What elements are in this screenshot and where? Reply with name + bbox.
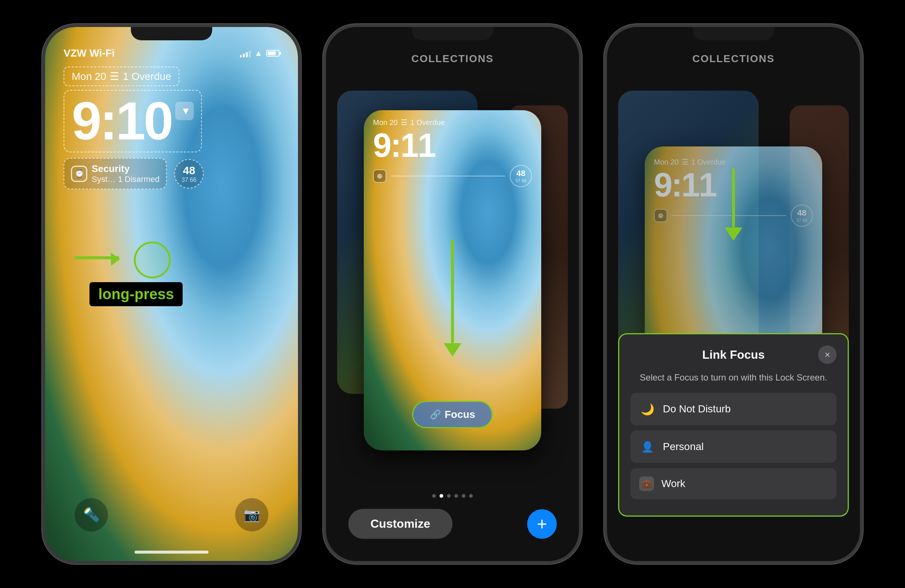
status-icons: ▲ — [240, 48, 279, 58]
long-press-arrow — [75, 256, 119, 259]
collections-title-3: COLLECTIONS — [692, 27, 775, 72]
time-value: 9:10 — [72, 94, 171, 148]
focus-label: Focus — [445, 408, 475, 421]
link-icon: 🔗 — [430, 409, 441, 420]
card-status-bar — [364, 110, 541, 116]
security-text: Security Syst… 1 Disarmed — [92, 163, 159, 184]
time-chevron-icon: ▾ — [175, 102, 194, 120]
security-sub: Syst… 1 Disarmed — [92, 175, 159, 184]
dot-1[interactable] — [440, 494, 443, 498]
modal-description: Select a Focus to turn on with this Lock… — [630, 371, 837, 384]
arrow-head — [444, 343, 461, 356]
camera-icon[interactable]: 📷 — [235, 498, 268, 531]
arrow-shaft — [75, 256, 119, 259]
focus-button[interactable]: 🔗 Focus — [412, 401, 493, 428]
date-label: Mon 20 — [72, 71, 106, 83]
personal-label: Personal — [663, 441, 704, 453]
overdue-label: 1 Overdue — [123, 71, 171, 83]
card-widgets: ⌚ 48 37 66 — [364, 162, 541, 190]
link-focus-modal: Link Focus × Select a Focus to turn on w… — [618, 333, 849, 516]
moon-icon: 🌙 — [639, 401, 656, 417]
collections-screen-3: COLLECTIONS Mon 20 ☰ 1 Overdue 9:11 — [607, 27, 860, 561]
card-temp-range: 37 66 — [515, 178, 526, 183]
dot-0 — [432, 494, 436, 498]
down-arrow-annotation — [444, 240, 461, 356]
carousel-dots — [432, 488, 473, 503]
modal-title: Link Focus — [649, 348, 818, 362]
do-not-disturb-label: Do Not Disturb — [663, 403, 731, 415]
add-button[interactable]: + — [527, 509, 557, 539]
security-title: Security — [92, 163, 159, 175]
tap-target-circle — [134, 242, 171, 278]
collections-carousel-3: Mon 20 ☰ 1 Overdue 9:11 ⌚ 48 37 66 — [607, 72, 860, 561]
date-overdue-bar: Mon 20 ☰ 1 Overdue — [45, 63, 298, 88]
card3-temp-range: 37 66 — [796, 218, 807, 223]
person-icon: 👤 — [639, 439, 656, 455]
arrow-head-3 — [725, 227, 742, 241]
wifi-icon: ▲ — [254, 48, 262, 58]
work-icon: 💼 — [639, 476, 654, 491]
modal-close-button[interactable]: × — [818, 345, 837, 364]
card-watch-icon: ⌚ — [373, 169, 386, 183]
date-widget: Mon 20 ☰ 1 Overdue — [64, 67, 179, 86]
lockscreen-bottom-bar: 🔦 📷 — [45, 498, 298, 531]
time-area: 9:10 ▾ — [45, 88, 298, 154]
card-temp-widget: 48 37 66 — [510, 165, 532, 187]
card3-temp-val: 48 — [797, 208, 806, 218]
card3-watch: ⌚ — [654, 209, 667, 222]
card-wallpaper: Mon 20 ☰ 1 Overdue 9:11 ⌚ 48 3 — [364, 110, 541, 450]
collections-screen: COLLECTIONS — [326, 27, 579, 561]
card-temp-value: 48 — [516, 168, 526, 178]
close-icon: × — [824, 349, 830, 361]
collections-title: COLLECTIONS — [411, 27, 494, 72]
work-label: Work — [661, 478, 685, 489]
dot-3 — [454, 494, 458, 498]
list-icon: ☰ — [110, 70, 119, 83]
card3-overdue: 1 Overdue — [691, 158, 726, 167]
home-indicator — [135, 551, 208, 554]
signal-bars — [240, 49, 251, 57]
lockscreen-wallpaper: VZW Wi-Fi ▲ Mon 20 ☰ 1 Overdue — [45, 27, 298, 561]
phone-3: COLLECTIONS Mon 20 ☰ 1 Overdue 9:11 — [604, 24, 863, 564]
temp-widget: 48 37 66 — [174, 159, 204, 189]
carousel-card-main[interactable]: Mon 20 ☰ 1 Overdue 9:11 ⌚ 48 3 — [364, 110, 541, 450]
watch-icon: ⌚ — [71, 166, 87, 182]
status-bar: VZW Wi-Fi ▲ — [45, 27, 298, 63]
card3-date: Mon 20 — [654, 158, 679, 167]
widgets-area: ⌚ Security Syst… 1 Disarmed 48 37 66 — [45, 154, 298, 193]
temp-range: 37 66 — [181, 177, 196, 183]
time-display: 9:10 ▾ — [72, 94, 194, 148]
arrow-shaft-3 — [732, 168, 735, 227]
card-overdue: 1 Overdue — [410, 118, 445, 127]
focus-option-work[interactable]: 💼 Work — [630, 468, 837, 499]
carrier-label: VZW Wi-Fi — [64, 47, 114, 59]
dot-2 — [447, 494, 451, 498]
collections-footer: Customize + — [326, 503, 579, 561]
battery-icon — [266, 50, 279, 57]
card-date-label: Mon 20 — [373, 118, 398, 127]
time-widget: 9:10 ▾ — [64, 90, 202, 153]
flashlight-icon[interactable]: 🔦 — [75, 498, 108, 531]
long-press-label: long-press — [89, 282, 183, 306]
focus-option-personal[interactable]: 👤 Personal — [630, 431, 837, 463]
dot-5 — [469, 494, 473, 498]
card3-temp: 48 37 66 — [791, 205, 813, 227]
security-widget: ⌚ Security Syst… 1 Disarmed — [64, 158, 167, 189]
card-list-icon: ☰ — [401, 118, 407, 127]
phone-2: COLLECTIONS — [323, 24, 582, 564]
arrow-shaft-vertical — [451, 240, 454, 343]
card-time: 9:11 — [364, 129, 541, 162]
collections-carousel: Mon 20 ☰ 1 Overdue 9:11 ⌚ 48 3 — [326, 72, 579, 488]
green-arrow-3 — [725, 168, 742, 241]
focus-option-do-not-disturb[interactable]: 🌙 Do Not Disturb — [630, 393, 837, 425]
temp-value: 48 — [183, 164, 195, 177]
customize-button[interactable]: Customize — [348, 509, 452, 539]
phone-1: VZW Wi-Fi ▲ Mon 20 ☰ 1 Overdue — [42, 24, 301, 564]
card3-listicon: ☰ — [682, 157, 688, 167]
modal-header: Link Focus × — [630, 345, 837, 364]
dot-4 — [462, 494, 465, 498]
